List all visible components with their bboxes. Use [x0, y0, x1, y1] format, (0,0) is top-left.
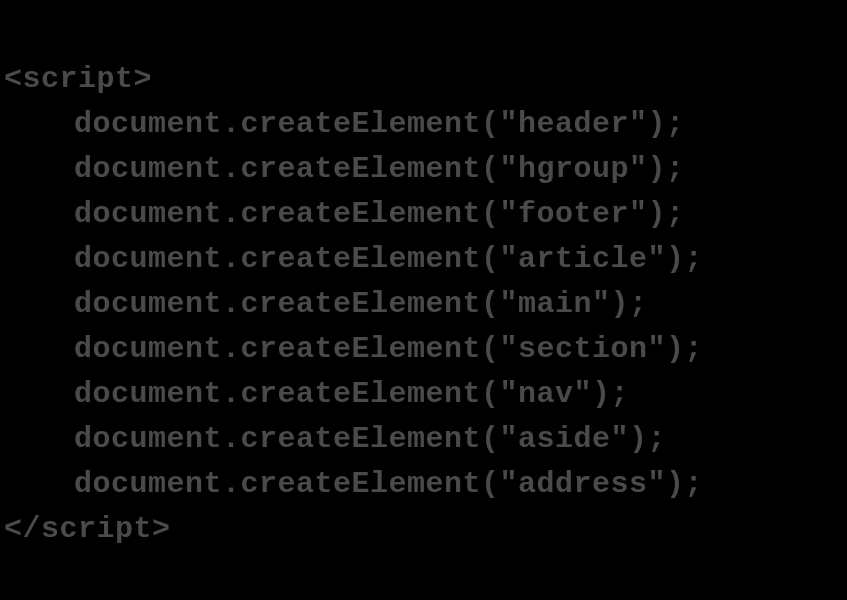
code-snippet: <script> document.createElement("header"… — [0, 0, 847, 564]
code-line: document.createElement("header"); — [4, 107, 685, 141]
code-line: document.createElement("footer"); — [4, 197, 685, 231]
code-line: document.createElement("hgroup"); — [4, 152, 685, 186]
code-line: document.createElement("aside"); — [4, 422, 666, 456]
code-line: document.createElement("nav"); — [4, 377, 629, 411]
script-close-tag: </script> — [4, 512, 171, 546]
code-line: document.createElement("section"); — [4, 332, 703, 366]
code-line: document.createElement("article"); — [4, 242, 703, 276]
code-line: document.createElement("main"); — [4, 287, 648, 321]
code-line: document.createElement("address"); — [4, 467, 703, 501]
script-open-tag: <script> — [4, 62, 152, 96]
